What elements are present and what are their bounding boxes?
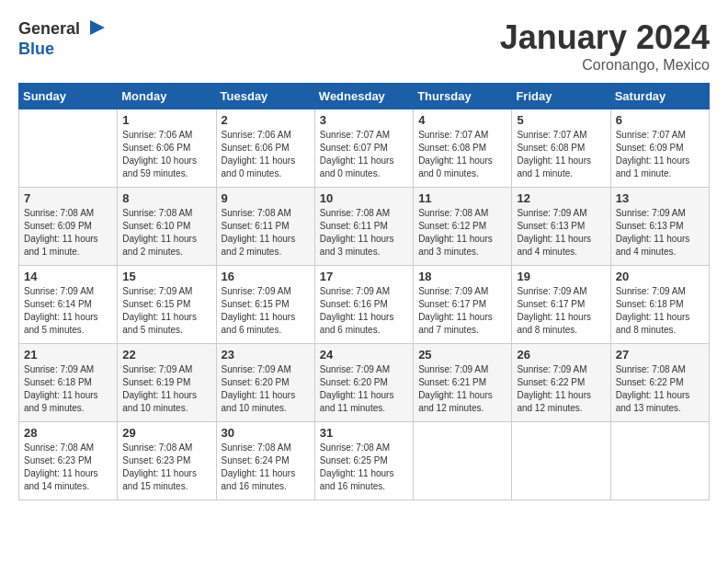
month-title: January 2024 bbox=[500, 18, 710, 57]
day-info: Sunrise: 7:08 AMSunset: 6:10 PMDaylight:… bbox=[122, 207, 210, 259]
calendar-cell bbox=[19, 109, 118, 188]
day-info: Sunrise: 7:08 AMSunset: 6:11 PMDaylight:… bbox=[320, 207, 408, 259]
calendar-cell: 5Sunrise: 7:07 AMSunset: 6:08 PMDaylight… bbox=[512, 109, 610, 188]
calendar-cell: 6Sunrise: 7:07 AMSunset: 6:09 PMDaylight… bbox=[610, 109, 709, 188]
day-info: Sunrise: 7:09 AMSunset: 6:19 PMDaylight:… bbox=[122, 363, 210, 415]
calendar-cell: 28Sunrise: 7:08 AMSunset: 6:23 PMDayligh… bbox=[19, 422, 118, 500]
day-info: Sunrise: 7:07 AMSunset: 6:09 PMDaylight:… bbox=[616, 129, 704, 180]
day-info: Sunrise: 7:09 AMSunset: 6:17 PMDaylight:… bbox=[517, 285, 605, 337]
day-number: 20 bbox=[616, 270, 704, 283]
day-info: Sunrise: 7:08 AMSunset: 6:23 PMDaylight:… bbox=[24, 442, 112, 493]
day-number: 13 bbox=[616, 191, 704, 205]
title-area: January 2024 Coronango, Mexico bbox=[500, 18, 710, 74]
day-number: 12 bbox=[517, 191, 605, 205]
svg-marker-0 bbox=[90, 20, 105, 35]
calendar-cell: 21Sunrise: 7:09 AMSunset: 6:18 PMDayligh… bbox=[19, 344, 118, 422]
day-number: 15 bbox=[122, 270, 210, 283]
calendar-cell: 17Sunrise: 7:09 AMSunset: 6:16 PMDayligh… bbox=[314, 266, 413, 344]
calendar-cell: 1Sunrise: 7:06 AMSunset: 6:06 PMDaylight… bbox=[118, 109, 216, 188]
header-saturday: Saturday bbox=[610, 84, 709, 109]
day-number: 22 bbox=[122, 348, 210, 362]
calendar-cell: 15Sunrise: 7:09 AMSunset: 6:15 PMDayligh… bbox=[118, 266, 216, 344]
day-info: Sunrise: 7:09 AMSunset: 6:18 PMDaylight:… bbox=[24, 363, 112, 415]
day-info: Sunrise: 7:07 AMSunset: 6:07 PMDaylight:… bbox=[320, 129, 408, 180]
day-number: 18 bbox=[418, 270, 506, 283]
day-info: Sunrise: 7:08 AMSunset: 6:22 PMDaylight:… bbox=[616, 363, 704, 415]
calendar-cell: 31Sunrise: 7:08 AMSunset: 6:25 PMDayligh… bbox=[314, 422, 413, 500]
day-number: 28 bbox=[24, 426, 112, 440]
header-sunday: Sunday bbox=[19, 84, 118, 109]
day-info: Sunrise: 7:09 AMSunset: 6:21 PMDaylight:… bbox=[418, 363, 506, 415]
logo-flag-icon bbox=[86, 18, 108, 40]
calendar-cell: 14Sunrise: 7:09 AMSunset: 6:14 PMDayligh… bbox=[19, 266, 118, 344]
calendar-cell: 13Sunrise: 7:09 AMSunset: 6:13 PMDayligh… bbox=[610, 188, 709, 266]
day-number: 11 bbox=[418, 191, 506, 205]
page-header: General Blue January 2024 Coronango, Mex… bbox=[18, 18, 710, 74]
calendar-cell: 9Sunrise: 7:08 AMSunset: 6:11 PMDaylight… bbox=[216, 188, 314, 266]
calendar-cell: 8Sunrise: 7:08 AMSunset: 6:10 PMDaylight… bbox=[118, 188, 216, 266]
calendar-table: Sunday Monday Tuesday Wednesday Thursday… bbox=[18, 83, 710, 500]
calendar-cell: 24Sunrise: 7:09 AMSunset: 6:20 PMDayligh… bbox=[314, 344, 413, 422]
day-info: Sunrise: 7:06 AMSunset: 6:06 PMDaylight:… bbox=[222, 129, 310, 180]
day-info: Sunrise: 7:09 AMSunset: 6:18 PMDaylight:… bbox=[616, 285, 704, 337]
calendar-cell: 19Sunrise: 7:09 AMSunset: 6:17 PMDayligh… bbox=[512, 266, 610, 344]
calendar-cell: 22Sunrise: 7:09 AMSunset: 6:19 PMDayligh… bbox=[118, 344, 216, 422]
day-number: 31 bbox=[320, 426, 408, 440]
calendar-cell: 20Sunrise: 7:09 AMSunset: 6:18 PMDayligh… bbox=[610, 266, 709, 344]
day-number: 5 bbox=[517, 113, 605, 127]
calendar-cell: 3Sunrise: 7:07 AMSunset: 6:07 PMDaylight… bbox=[314, 109, 413, 188]
header-wednesday: Wednesday bbox=[314, 84, 413, 109]
day-info: Sunrise: 7:09 AMSunset: 6:15 PMDaylight:… bbox=[222, 285, 310, 337]
calendar-cell: 25Sunrise: 7:09 AMSunset: 6:21 PMDayligh… bbox=[414, 344, 512, 422]
header-friday: Friday bbox=[512, 84, 610, 109]
day-info: Sunrise: 7:09 AMSunset: 6:20 PMDaylight:… bbox=[222, 363, 310, 415]
calendar-week-row: 14Sunrise: 7:09 AMSunset: 6:14 PMDayligh… bbox=[19, 266, 710, 344]
day-number: 21 bbox=[24, 348, 112, 362]
day-info: Sunrise: 7:06 AMSunset: 6:06 PMDaylight:… bbox=[122, 129, 210, 180]
calendar-header-row: Sunday Monday Tuesday Wednesday Thursday… bbox=[19, 84, 710, 109]
day-info: Sunrise: 7:08 AMSunset: 6:23 PMDaylight:… bbox=[122, 442, 210, 493]
calendar-cell bbox=[414, 422, 512, 500]
calendar-cell: 30Sunrise: 7:08 AMSunset: 6:24 PMDayligh… bbox=[216, 422, 314, 500]
day-info: Sunrise: 7:09 AMSunset: 6:14 PMDaylight:… bbox=[24, 285, 112, 337]
header-thursday: Thursday bbox=[414, 84, 512, 109]
day-number: 3 bbox=[320, 113, 408, 127]
calendar-cell bbox=[512, 422, 610, 500]
day-number: 7 bbox=[24, 191, 112, 205]
day-number: 9 bbox=[222, 191, 310, 205]
calendar-cell: 10Sunrise: 7:08 AMSunset: 6:11 PMDayligh… bbox=[314, 188, 413, 266]
day-number: 4 bbox=[418, 113, 506, 127]
header-monday: Monday bbox=[118, 84, 216, 109]
calendar-cell: 18Sunrise: 7:09 AMSunset: 6:17 PMDayligh… bbox=[414, 266, 512, 344]
calendar-cell bbox=[610, 422, 709, 500]
calendar-cell: 4Sunrise: 7:07 AMSunset: 6:08 PMDaylight… bbox=[414, 109, 512, 188]
day-info: Sunrise: 7:09 AMSunset: 6:17 PMDaylight:… bbox=[418, 285, 506, 337]
day-info: Sunrise: 7:09 AMSunset: 6:22 PMDaylight:… bbox=[517, 363, 605, 415]
day-info: Sunrise: 7:08 AMSunset: 6:12 PMDaylight:… bbox=[418, 207, 506, 259]
calendar-cell: 11Sunrise: 7:08 AMSunset: 6:12 PMDayligh… bbox=[414, 188, 512, 266]
calendar-cell: 26Sunrise: 7:09 AMSunset: 6:22 PMDayligh… bbox=[512, 344, 610, 422]
day-info: Sunrise: 7:09 AMSunset: 6:15 PMDaylight:… bbox=[122, 285, 210, 337]
header-tuesday: Tuesday bbox=[216, 84, 314, 109]
day-info: Sunrise: 7:07 AMSunset: 6:08 PMDaylight:… bbox=[418, 129, 506, 180]
day-number: 10 bbox=[320, 191, 408, 205]
day-info: Sunrise: 7:08 AMSunset: 6:09 PMDaylight:… bbox=[24, 207, 112, 259]
day-number: 30 bbox=[222, 426, 310, 440]
day-number: 25 bbox=[418, 348, 506, 362]
day-info: Sunrise: 7:08 AMSunset: 6:25 PMDaylight:… bbox=[320, 442, 408, 493]
logo-general: General bbox=[18, 18, 108, 40]
day-number: 14 bbox=[24, 270, 112, 283]
calendar-cell: 23Sunrise: 7:09 AMSunset: 6:20 PMDayligh… bbox=[216, 344, 314, 422]
location: Coronango, Mexico bbox=[500, 57, 710, 74]
day-number: 23 bbox=[222, 348, 310, 362]
calendar-week-row: 21Sunrise: 7:09 AMSunset: 6:18 PMDayligh… bbox=[19, 344, 710, 422]
calendar-week-row: 1Sunrise: 7:06 AMSunset: 6:06 PMDaylight… bbox=[19, 109, 710, 188]
calendar-cell: 2Sunrise: 7:06 AMSunset: 6:06 PMDaylight… bbox=[216, 109, 314, 188]
calendar-cell: 7Sunrise: 7:08 AMSunset: 6:09 PMDaylight… bbox=[19, 188, 118, 266]
day-number: 17 bbox=[320, 270, 408, 283]
calendar-cell: 12Sunrise: 7:09 AMSunset: 6:13 PMDayligh… bbox=[512, 188, 610, 266]
calendar-cell: 29Sunrise: 7:08 AMSunset: 6:23 PMDayligh… bbox=[118, 422, 216, 500]
day-number: 2 bbox=[222, 113, 310, 127]
day-number: 1 bbox=[122, 113, 210, 127]
day-info: Sunrise: 7:08 AMSunset: 6:11 PMDaylight:… bbox=[222, 207, 310, 259]
